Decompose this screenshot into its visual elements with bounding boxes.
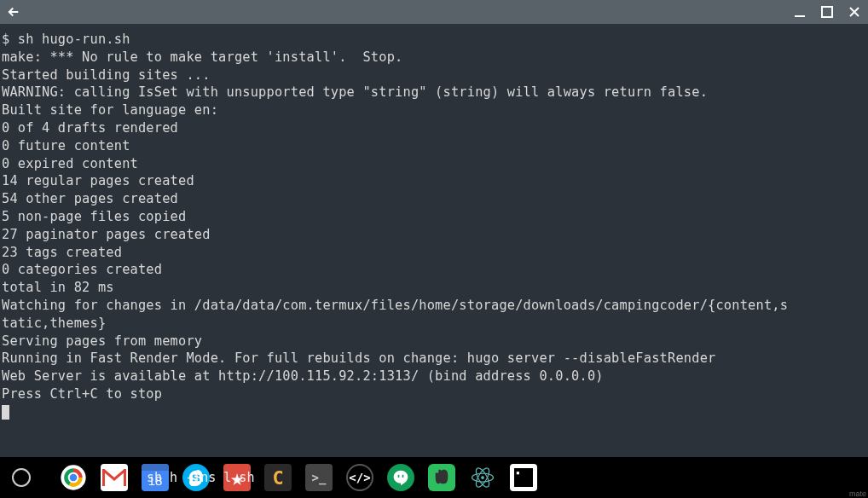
terminal-line: Web Server is available at http://100.11… [2, 368, 868, 385]
gmail-icon[interactable] [101, 464, 128, 491]
terminal-line: 0 of 4 drafts rendered [2, 119, 868, 137]
terminal-line: total in 82 ms [2, 279, 868, 297]
terminal-line: 14 regular pages created [2, 172, 868, 190]
titlebar-left [3, 2, 24, 22]
terminal-line: tatic,themes} [2, 315, 868, 333]
taskbar-overlay-text: sh h -ins l.sh [147, 470, 254, 485]
chrome-icon[interactable] [60, 464, 87, 491]
svg-rect-1 [822, 7, 832, 17]
close-button[interactable] [844, 2, 865, 22]
titlebar-right [790, 2, 865, 22]
terminal-line: 54 other pages created [2, 190, 868, 208]
svg-rect-7 [124, 469, 126, 486]
terminal-line: 27 paginator pages created [2, 226, 868, 244]
maximize-button[interactable] [817, 2, 837, 22]
terminal-line: 0 categories created [2, 261, 868, 279]
titlebar [0, 0, 868, 24]
minimize-button[interactable] [790, 2, 810, 22]
atom-icon[interactable] [469, 464, 496, 491]
terminal-line: Started building sites ... [2, 67, 868, 84]
termux-icon[interactable]: ▪ [510, 464, 537, 491]
terminal-line: Serving pages from memory [2, 333, 868, 350]
taskbar: 18 ★ C >_ </> ▪ sh h -ins l.sh mate [0, 457, 868, 498]
svg-rect-0 [795, 15, 805, 17]
hangouts-icon[interactable] [387, 464, 414, 491]
terminal-line: Built site for language en: [2, 101, 868, 119]
svg-point-11 [482, 477, 484, 479]
launcher-button[interactable] [12, 468, 31, 487]
terminal-line: WARNING: calling IsSet with unsupported … [2, 84, 868, 101]
svg-rect-6 [102, 469, 105, 486]
back-button[interactable] [3, 2, 24, 22]
code-icon[interactable]: </> [346, 464, 373, 491]
c-app-icon[interactable]: C [264, 464, 292, 491]
terminal-output[interactable]: $ sh hugo-run.sh make: *** No rule to ma… [0, 24, 868, 421]
terminal-line: 0 expired content [2, 155, 868, 173]
terminal-line: make: *** No rule to make target 'instal… [2, 49, 868, 67]
terminal-prompt-line: $ sh hugo-run.sh [2, 31, 868, 49]
terminal-line: Press Ctrl+C to stop [2, 385, 868, 403]
terminal-line: Watching for changes in /data/data/com.t… [2, 297, 868, 315]
taskbar-watermark: mate [849, 489, 866, 498]
terminal-line: Running in Fast Render Mode. For full re… [2, 350, 868, 368]
terminal-cursor [2, 403, 868, 421]
terminal-line: 5 non-page files copied [2, 208, 868, 226]
terminal-app-icon[interactable]: >_ [305, 464, 333, 491]
evernote-icon[interactable] [428, 464, 455, 491]
terminal-line: 23 tags created [2, 244, 868, 262]
terminal-line: 0 future content [2, 137, 868, 155]
